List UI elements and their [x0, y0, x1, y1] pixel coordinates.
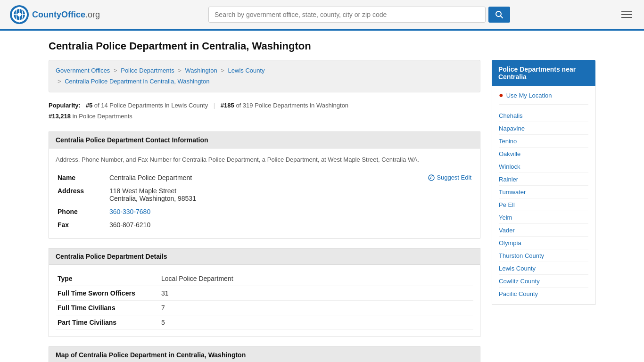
breadcrumb-current-page[interactable]: Centralia Police Department in Centralia… [65, 78, 209, 85]
contact-section-header: Centralia Police Department Contact Info… [49, 132, 480, 148]
sidebar-city-link[interactable]: Pacific County [499, 290, 538, 297]
list-item: Pacific County [499, 288, 588, 300]
sidebar-city-link[interactable]: Vader [499, 227, 515, 234]
table-row: Part Time Civilians5 [56, 315, 473, 330]
detail-value: Local Police Department [159, 272, 473, 286]
list-item: Chehalis [499, 109, 588, 122]
location-dot-icon: ● [499, 91, 504, 99]
sidebar-city-link[interactable]: Olympia [499, 239, 521, 247]
sep-2: > [178, 67, 182, 74]
address-line1: 118 West Maple Street [109, 187, 176, 195]
logo-text: CountyOffice.org [32, 10, 100, 20]
logo-icon [9, 5, 29, 25]
fax-label: Fax [56, 218, 107, 231]
detail-label: Full Time Civilians [56, 301, 159, 315]
suggest-edit-cell: Suggest Edit [348, 171, 473, 231]
menu-bar-2 [621, 14, 632, 15]
page-title: Centralia Police Department in Centralia… [49, 40, 595, 52]
popularity-rank2: #185 [221, 102, 234, 109]
use-location-row: ● Use My Location [499, 91, 588, 105]
phone-link[interactable]: 360-330-7680 [109, 208, 150, 215]
list-item: Lewis County [499, 262, 588, 275]
sidebar-links-list: ChehalisNapavineTeninoOakvilleWinlockRai… [499, 109, 588, 300]
suggest-edit-button[interactable]: Suggest Edit [428, 174, 471, 181]
sidebar-city-link[interactable]: Tenino [499, 138, 517, 145]
popularity-rank1-text: of 14 Police Departments in Lewis County [94, 102, 208, 109]
popularity-rank3-text: in Police Departments [73, 113, 132, 120]
list-item: Napavine [499, 122, 588, 135]
search-icon [495, 10, 504, 19]
sidebar: Police Departments near Centralia ● Use … [492, 60, 595, 362]
sidebar-city-link[interactable]: Thurston County [499, 252, 544, 259]
popularity-rank3: #13,218 [49, 113, 71, 120]
details-section-body: TypeLocal Police DepartmentFull Time Swo… [49, 265, 480, 337]
detail-value: 5 [159, 315, 473, 330]
menu-bar-3 [621, 17, 632, 18]
contact-section-body: Address, Phone Number, and Fax Number fo… [49, 148, 480, 239]
sidebar-city-link[interactable]: Winlock [499, 163, 520, 170]
sep-4: > [58, 78, 61, 85]
detail-label: Type [56, 272, 159, 286]
list-item: Pe Ell [499, 198, 588, 211]
table-row: Full Time Civilians7 [56, 301, 473, 315]
list-item: Rainier [499, 173, 588, 186]
list-item: Yelm [499, 211, 588, 224]
list-item: Tumwater [499, 186, 588, 198]
sidebar-header: Police Departments near Centralia [492, 60, 595, 86]
address-line2: Centralia, Washington, 98531 [109, 195, 196, 202]
sidebar-city-link[interactable]: Lewis County [499, 265, 536, 272]
table-row: Name Centralia Police Department Suggest… [56, 171, 473, 184]
logo-area: CountyOffice.org [9, 5, 100, 25]
main-content: Government Offices > Police Departments … [49, 60, 480, 362]
svg-line-8 [501, 16, 503, 18]
list-item: Vader [499, 224, 588, 237]
phone-value: 360-330-7680 [107, 205, 348, 218]
name-label: Name [56, 171, 107, 184]
detail-label: Part Time Civilians [56, 315, 159, 330]
search-button[interactable] [488, 7, 510, 23]
sidebar-city-link[interactable]: Oakville [499, 150, 520, 157]
popularity-rank1: #5 [86, 102, 92, 109]
list-item: Winlock [499, 160, 588, 173]
list-item: Cowlitz County [499, 275, 588, 288]
map-section-header: Map of Centralia Police Department in Ce… [49, 346, 480, 362]
search-input[interactable] [208, 7, 486, 23]
address-value: 118 West Maple Street Centralia, Washing… [107, 184, 348, 205]
phone-label: Phone [56, 205, 107, 218]
page-wrapper: Centralia Police Department in Centralia… [39, 31, 605, 362]
detail-value: 7 [159, 301, 473, 315]
breadcrumb: Government Offices > Police Departments … [49, 60, 480, 92]
details-section-header: Centralia Police Department Details [49, 248, 480, 265]
search-area [208, 7, 510, 23]
hamburger-menu-button[interactable] [619, 8, 635, 21]
breadcrumb-lewis-county[interactable]: Lewis County [228, 67, 265, 74]
sidebar-city-link[interactable]: Napavine [499, 125, 525, 132]
name-value: Centralia Police Department [107, 171, 348, 184]
sep-1: > [114, 67, 117, 74]
breadcrumb-police-departments[interactable]: Police Departments [121, 67, 174, 74]
use-location-link[interactable]: Use My Location [506, 92, 552, 99]
list-item: Oakville [499, 148, 588, 160]
sidebar-city-link[interactable]: Yelm [499, 214, 512, 221]
popularity-rank2-text: of 319 Police Departments in Washington [236, 102, 348, 109]
list-item: Olympia [499, 237, 588, 249]
sidebar-body: ● Use My Location ChehalisNapavineTenino… [492, 86, 595, 305]
table-row: Full Time Sworn Officers31 [56, 286, 473, 301]
address-label: Address [56, 184, 107, 205]
breadcrumb-government-offices[interactable]: Government Offices [56, 67, 110, 74]
pop-divider-1: | [214, 102, 215, 109]
sidebar-city-link[interactable]: Chehalis [499, 112, 523, 119]
contact-info-table: Name Centralia Police Department Suggest… [56, 171, 473, 231]
menu-bar-1 [621, 11, 632, 12]
table-row: TypeLocal Police Department [56, 272, 473, 286]
content-layout: Government Offices > Police Departments … [49, 60, 595, 362]
sidebar-city-link[interactable]: Tumwater [499, 189, 526, 196]
details-table: TypeLocal Police DepartmentFull Time Swo… [56, 272, 473, 330]
detail-label: Full Time Sworn Officers [56, 286, 159, 301]
sidebar-city-link[interactable]: Rainier [499, 176, 518, 183]
sep-3: > [221, 67, 224, 74]
breadcrumb-washington[interactable]: Washington [185, 67, 217, 74]
edit-icon [428, 174, 435, 181]
sidebar-city-link[interactable]: Cowlitz County [499, 278, 540, 285]
sidebar-city-link[interactable]: Pe Ell [499, 201, 515, 208]
